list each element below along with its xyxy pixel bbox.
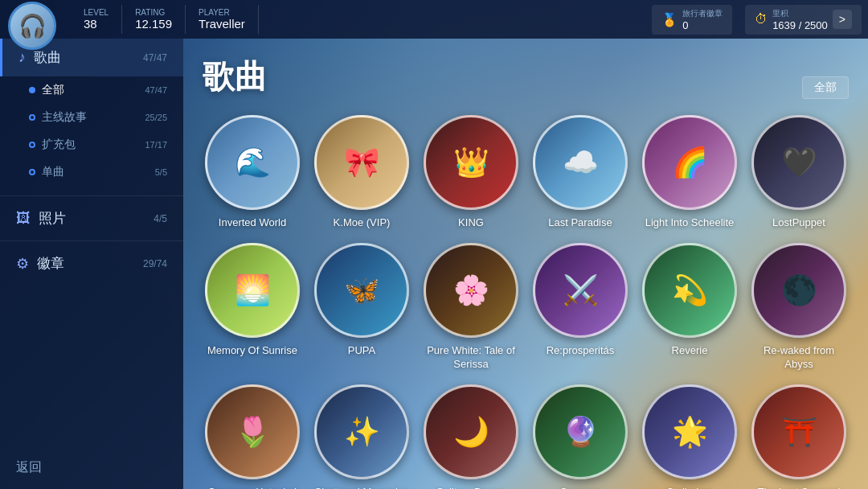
rating-value: 12.159 (135, 17, 172, 31)
song-item[interactable]: 🌷Sayonara Hatsukoi (203, 384, 302, 489)
sub-single-count: 5/5 (155, 167, 167, 177)
sub-main-dot (29, 114, 35, 121)
song-item[interactable]: 🌙Solitary Dream (421, 384, 521, 489)
song-cover: ☁️ (533, 115, 628, 210)
song-title: Re:prosperitás (547, 344, 615, 358)
song-title: PUPA (348, 344, 375, 358)
song-title: The Last Samurai (758, 486, 841, 489)
song-item[interactable]: 👑KING (421, 115, 521, 230)
back-button[interactable]: 返回 (0, 446, 183, 489)
sub-single-dot (29, 169, 35, 175)
song-item[interactable]: 🎀K.Moe (VIP) (312, 115, 411, 230)
rating-block: Rating 12.159 (122, 5, 186, 34)
music-icon: ♪ (18, 49, 26, 66)
topbar: 🎧 Level 38 Rating 12.159 Player Travelle… (0, 0, 868, 39)
song-item[interactable]: ☁️Last Paradise (530, 115, 630, 230)
sidebar: ♪ 歌曲 47/47 全部 47/47 主线故事 25/25 扩充包 17/17… (0, 39, 183, 489)
song-title: Light Into Scheelite (645, 216, 735, 230)
song-cover: 🖤 (751, 115, 846, 210)
song-item[interactable]: 🔮Sorcerer (530, 384, 630, 489)
songs-label: 歌曲 (34, 48, 61, 67)
song-title: Sorcerer (560, 486, 600, 489)
sub-ext-dot (29, 142, 35, 148)
song-item[interactable]: ⛩️The Last Samurai (749, 384, 849, 489)
topbar-stats: Level 38 Rating 12.159 Player Traveller (71, 5, 259, 34)
badges-label: 徽章 (37, 254, 64, 273)
song-title: K.Moe (VIP) (334, 216, 391, 230)
badge-val: 0 (682, 19, 723, 31)
song-title: Memory Of Sunrise (207, 344, 297, 358)
player-label: Player (199, 8, 245, 17)
song-item[interactable]: 🖤LostPuppet (749, 115, 849, 230)
song-item[interactable]: 🌊Inverted World (203, 115, 302, 230)
divider-1 (0, 195, 183, 196)
main-content: 歌曲 全部 🌊Inverted World🎀K.Moe (VIP)👑KING☁️… (183, 39, 868, 489)
sub-all-label: 全部 (42, 83, 64, 97)
badge-info: 旅行者徽章 0 (682, 8, 723, 31)
songs-grid: 🌊Inverted World🎀K.Moe (VIP)👑KING☁️Last P… (203, 115, 849, 489)
photos-label: 照片 (39, 209, 66, 228)
miles-info: 里积 1639 / 2500 (772, 8, 828, 31)
topbar-right: 🏅 旅行者徽章 0 ⏱ 里积 1639 / 2500 > (652, 5, 862, 35)
filter-button[interactable]: 全部 (802, 76, 849, 99)
miles-arrow-button[interactable]: > (833, 10, 852, 29)
badge-sidebar-icon: ⚙ (16, 255, 29, 273)
page-title: 歌曲 (203, 55, 267, 99)
song-item[interactable]: 💫Reverie (640, 243, 739, 372)
miles-val: 1639 / 2500 (772, 19, 828, 31)
song-cover: ✨ (314, 384, 409, 479)
sidebar-sub-main[interactable]: 主线故事 25/25 (0, 104, 183, 131)
sidebar-sub-single[interactable]: 单曲 5/5 (0, 158, 183, 186)
song-title: Shattered Memories (314, 486, 408, 489)
song-cover: 💫 (642, 243, 737, 338)
song-cover: 🌸 (424, 243, 518, 338)
sub-main-count: 25/25 (145, 113, 167, 122)
song-cover: 🌊 (205, 115, 300, 210)
sidebar-item-badges[interactable]: ⚙ 徽章 29/74 (0, 244, 183, 282)
song-cover: 🌅 (205, 243, 300, 338)
song-title: Inverted World (219, 216, 286, 230)
divider-2 (0, 240, 183, 241)
song-title: Solitary Dream (436, 486, 506, 489)
song-item[interactable]: 🌈Light Into Scheelite (640, 115, 739, 230)
song-title: LostPuppet (772, 216, 825, 230)
sidebar-sub-items: 全部 47/47 主线故事 25/25 扩充包 17/17 单曲 5/5 (0, 76, 183, 192)
song-title: Pure White: Tale of Serissa (423, 344, 519, 372)
song-title: Last Paradise (548, 216, 612, 230)
song-cover: 🌟 (642, 384, 737, 479)
song-cover: 🔮 (533, 384, 628, 479)
song-cover: 🌈 (642, 115, 737, 210)
song-title: Re-waked from Abyss (751, 344, 847, 372)
song-title: Stellarism (666, 486, 712, 489)
song-cover: 🌑 (751, 243, 846, 338)
miles-block: ⏱ 里积 1639 / 2500 > (745, 5, 862, 35)
player-value: Traveller (199, 17, 245, 31)
songs-count: 47/47 (143, 52, 167, 64)
badges-count: 29/74 (143, 258, 167, 269)
song-cover: 🌷 (205, 384, 300, 479)
sub-ext-count: 17/17 (145, 140, 167, 150)
song-item[interactable]: 🌅Memory Of Sunrise (203, 243, 302, 372)
song-cover: ⛩️ (751, 384, 846, 479)
song-item[interactable]: 🌑Re-waked from Abyss (749, 243, 849, 372)
song-item[interactable]: 🌟Stellarism (640, 384, 739, 489)
song-item[interactable]: ✨Shattered Memories (312, 384, 411, 489)
rating-label: Rating (135, 8, 172, 17)
level-value: 38 (84, 17, 108, 31)
song-title: Sayonara Hatsukoi (208, 486, 297, 489)
song-item[interactable]: 🦋PUPA (312, 243, 411, 372)
sidebar-sub-all[interactable]: 全部 47/47 (0, 76, 183, 104)
level-block: Level 38 (71, 5, 122, 34)
sidebar-sub-ext[interactable]: 扩充包 17/17 (0, 131, 183, 158)
badge-icon: 🏅 (661, 12, 678, 27)
badge-label: 旅行者徽章 (682, 8, 723, 19)
song-cover: 🦋 (314, 243, 409, 338)
sub-single-label: 单曲 (42, 165, 64, 179)
song-item[interactable]: ⚔️Re:prosperitás (530, 243, 630, 372)
sub-ext-label: 扩充包 (42, 138, 76, 152)
song-item[interactable]: 🌸Pure White: Tale of Serissa (421, 243, 521, 372)
song-cover: 🌙 (424, 384, 518, 479)
back-label: 返回 (16, 459, 42, 476)
sidebar-item-photos[interactable]: 🖼 照片 4/5 (0, 199, 183, 237)
avatar: 🎧 (8, 2, 56, 50)
